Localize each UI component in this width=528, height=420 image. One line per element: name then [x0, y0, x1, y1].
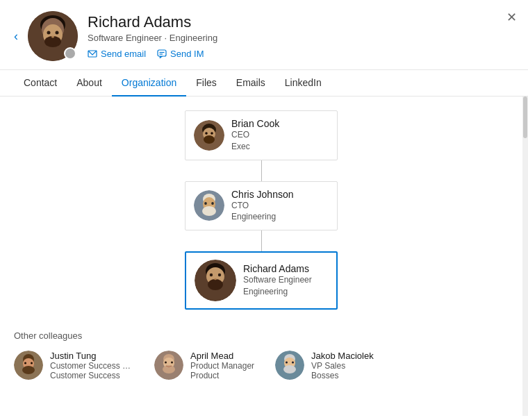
profile-subtitle: Software Engineer · Engineering: [88, 33, 514, 43]
colleagues-title: Other colleagues: [14, 330, 509, 341]
content-area: Brian Cook CEO Exec: [0, 96, 528, 416]
profile-info: Richard Adams Software Engineer · Engine…: [88, 13, 514, 59]
profile-header: ‹ Richard Adams Software Engineer · E: [0, 0, 528, 70]
org-title-richard: Software Engineer Engineering: [243, 274, 328, 298]
tab-emails[interactable]: Emails: [226, 70, 275, 96]
svg-rect-9: [158, 50, 166, 56]
svg-point-27: [208, 279, 223, 290]
svg-point-17: [211, 132, 213, 135]
colleagues-list: Justin Tung Customer Success Man... Cust…: [14, 351, 509, 380]
send-im-button[interactable]: Send IM: [157, 49, 204, 59]
org-chart: Brian Cook CEO Exec: [14, 110, 509, 324]
colleague-role-justin: Customer Success Man...: [50, 361, 133, 371]
svg-point-36: [31, 362, 33, 364]
colleague-name-april: April Mead: [190, 351, 254, 361]
colleague-jakob[interactable]: Jakob Maciolek VP Sales Bosses: [275, 351, 374, 380]
org-connector-2: [261, 230, 262, 251]
svg-point-48: [292, 362, 294, 364]
svg-point-29: [218, 274, 221, 276]
svg-point-30: [214, 278, 217, 280]
send-email-button[interactable]: Send email: [88, 49, 146, 59]
org-name-richard: Richard Adams: [243, 263, 328, 274]
org-info-richard: Richard Adams Software Engineer Engineer…: [243, 263, 328, 298]
scrollbar-thumb[interactable]: [523, 96, 527, 138]
avatar-justin: [14, 351, 43, 380]
tab-linkedin[interactable]: LinkedIn: [275, 70, 331, 96]
organization-tab-content: Brian Cook CEO Exec: [0, 96, 522, 416]
svg-point-6: [56, 31, 59, 35]
svg-point-34: [22, 366, 35, 374]
svg-point-5: [47, 31, 51, 35]
colleague-info-jakob: Jakob Maciolek VP Sales Bosses: [311, 351, 374, 380]
avatar-april: [154, 351, 183, 380]
colleague-april[interactable]: April Mead Product Manager Product: [154, 351, 254, 380]
avatar-chris: [194, 190, 224, 221]
svg-point-40: [163, 365, 175, 373]
tab-files[interactable]: Files: [186, 70, 226, 96]
svg-point-35: [24, 362, 26, 364]
org-node-richard[interactable]: Richard Adams Software Engineer Engineer…: [185, 251, 338, 310]
colleague-justin[interactable]: Justin Tung Customer Success Man... Cust…: [14, 351, 133, 380]
org-name-brian: Brian Cook: [231, 118, 329, 129]
profile-name: Richard Adams: [88, 13, 514, 31]
svg-point-22: [204, 202, 207, 205]
colleague-info-justin: Justin Tung Customer Success Man... Cust…: [50, 351, 133, 380]
org-title-chris: CTO Engineering: [231, 200, 329, 224]
org-info-brian: Brian Cook CEO Exec: [231, 118, 329, 153]
tab-about[interactable]: About: [67, 70, 112, 96]
tab-contact[interactable]: Contact: [14, 70, 67, 96]
org-name-chris: Chris Johnson: [231, 189, 329, 200]
tab-organization[interactable]: Organization: [112, 70, 186, 96]
org-node-brian[interactable]: Brian Cook CEO Exec: [185, 110, 338, 160]
tab-bar: Contact About Organization Files Emails …: [0, 70, 528, 96]
im-icon: [157, 49, 167, 59]
back-button[interactable]: ‹: [14, 30, 18, 42]
colleague-role-april: Product Manager: [190, 361, 254, 371]
colleague-name-justin: Justin Tung: [50, 351, 133, 361]
colleague-name-jakob: Jakob Maciolek: [311, 351, 374, 361]
svg-point-21: [202, 206, 216, 216]
avatar-brian: [194, 120, 224, 151]
colleagues-section: Other colleagues: [14, 330, 509, 380]
svg-point-16: [205, 132, 208, 135]
svg-point-42: [171, 362, 173, 364]
close-button[interactable]: ✕: [506, 11, 517, 24]
colleague-dept-april: Product: [190, 371, 254, 380]
avatar-richard-org: [195, 260, 236, 301]
svg-point-23: [211, 202, 214, 205]
presence-indicator: [64, 47, 76, 60]
svg-point-46: [283, 365, 296, 373]
org-connector-1: [261, 160, 262, 181]
org-node-chris[interactable]: Chris Johnson CTO Engineering: [185, 181, 338, 231]
avatar-container: [28, 11, 78, 61]
org-title-brian: CEO Exec: [231, 129, 329, 153]
svg-point-7: [51, 36, 54, 38]
colleague-role-jakob: VP Sales: [311, 361, 374, 371]
scrollbar[interactable]: [522, 96, 528, 416]
svg-point-41: [165, 362, 167, 364]
colleague-info-april: April Mead Product Manager Product: [190, 351, 254, 380]
org-info-chris: Chris Johnson CTO Engineering: [231, 189, 329, 224]
avatar-jakob: [275, 351, 304, 380]
colleague-dept-jakob: Bosses: [311, 371, 374, 380]
svg-point-28: [210, 274, 213, 276]
email-icon: [88, 49, 97, 59]
colleague-dept-justin: Customer Success: [50, 371, 133, 380]
profile-actions: Send email Send IM: [88, 49, 514, 59]
svg-point-47: [286, 362, 288, 364]
svg-point-15: [204, 135, 215, 144]
